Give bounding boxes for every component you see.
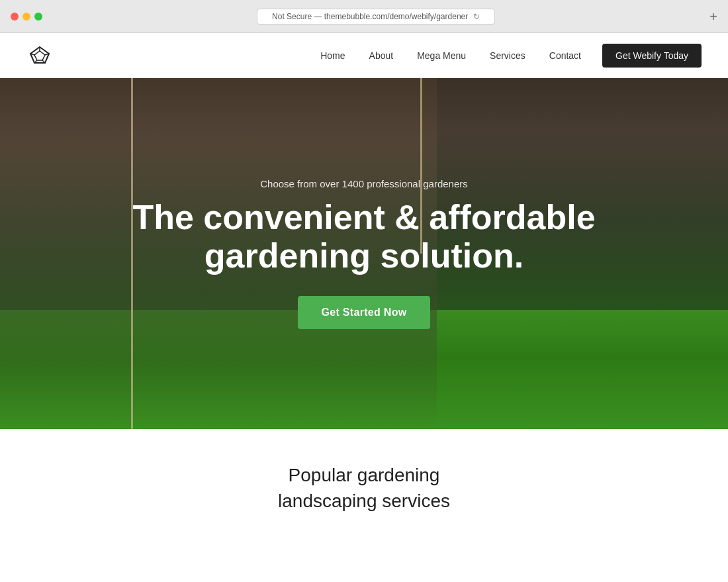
nav-links: Home About Mega Menu Services Contact (320, 50, 581, 61)
logo-icon (26, 46, 53, 66)
below-hero-section: Popular gardening landscaping services (0, 429, 728, 582)
nav-link-home[interactable]: Home (320, 50, 345, 61)
traffic-lights (11, 13, 42, 21)
svg-marker-1 (34, 51, 45, 60)
nav-link-services[interactable]: Services (490, 50, 525, 61)
section-title: Popular gardening landscaping services (278, 462, 450, 514)
section-title-line1: Popular gardening (289, 465, 440, 485)
nav-link-contact[interactable]: Contact (549, 50, 581, 61)
nav-link-mega-menu[interactable]: Mega Menu (417, 50, 466, 61)
navbar: Home About Mega Menu Services Contact Ge… (0, 33, 728, 78)
nav-link-about[interactable]: About (369, 50, 394, 61)
website: Home About Mega Menu Services Contact Ge… (0, 33, 728, 582)
hero-section: Choose from over 1400 professional garde… (0, 78, 728, 429)
hero-cta-button[interactable]: Get Started Now (298, 296, 431, 329)
nav-cta-button[interactable]: Get Webify Today (602, 44, 702, 68)
hero-title: The convenient & affordable gardening so… (132, 199, 595, 274)
url-text: Not Secure — themebubble.com/demo/webify… (272, 12, 468, 21)
close-button[interactable] (11, 13, 19, 21)
url-bar[interactable]: Not Secure — themebubble.com/demo/webify… (257, 9, 495, 24)
hero-title-line1: The convenient & affordable (132, 198, 595, 236)
hero-title-line2: gardening solution. (205, 236, 523, 275)
maximize-button[interactable] (34, 13, 42, 21)
logo[interactable] (26, 46, 53, 66)
hero-subtitle: Choose from over 1400 professional garde… (132, 178, 595, 189)
hero-content: Choose from over 1400 professional garde… (106, 178, 621, 328)
new-tab-button[interactable]: + (709, 10, 717, 23)
minimize-button[interactable] (23, 13, 30, 21)
address-bar: Not Secure — themebubble.com/demo/webify… (89, 9, 663, 24)
section-title-line2: landscaping services (278, 491, 450, 511)
browser-chrome: Not Secure — themebubble.com/demo/webify… (0, 0, 728, 33)
reload-icon[interactable]: ↻ (473, 12, 480, 21)
